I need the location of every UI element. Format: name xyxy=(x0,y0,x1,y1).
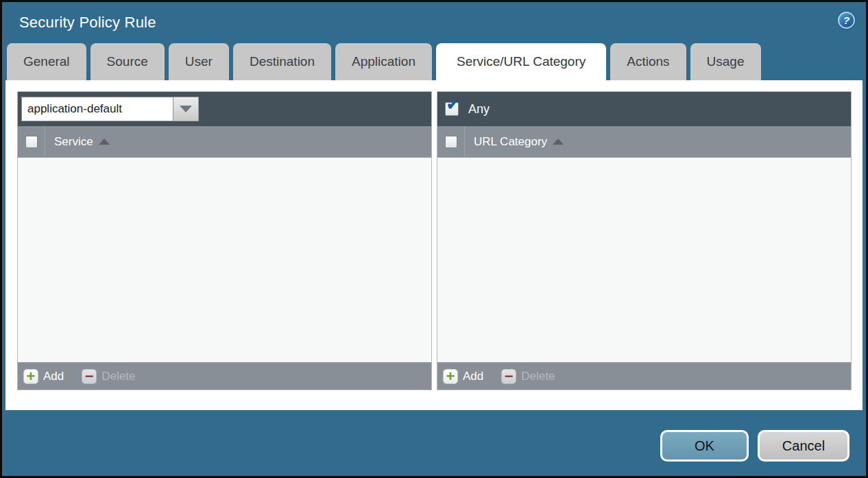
dialog-title: Security Policy Rule xyxy=(19,14,156,32)
delete-minus-icon: − xyxy=(501,369,516,384)
service-panel: Service + Add − Delete xyxy=(17,91,432,390)
url-category-delete-button[interactable]: − Delete xyxy=(501,369,555,384)
url-category-column-label: URL Category xyxy=(474,135,547,149)
service-type-input[interactable] xyxy=(21,97,173,121)
tab-user[interactable]: User xyxy=(169,43,229,80)
sort-ascending-icon xyxy=(553,139,564,145)
chevron-down-icon xyxy=(180,106,192,112)
service-panel-header xyxy=(18,92,431,126)
sort-ascending-icon xyxy=(99,139,110,145)
cancel-button[interactable]: Cancel xyxy=(758,430,849,462)
service-add-button[interactable]: + Add xyxy=(23,369,64,384)
url-category-select-all-checkbox[interactable] xyxy=(445,136,457,148)
tab-application[interactable]: Application xyxy=(335,43,432,80)
tab-destination[interactable]: Destination xyxy=(233,43,331,80)
url-category-panel-footer: + Add − Delete xyxy=(437,362,851,390)
tab-service-url-category[interactable]: Service/URL Category xyxy=(436,43,606,80)
url-category-any-checkbox[interactable]: ✔ xyxy=(445,102,459,116)
url-category-any-label: Any xyxy=(468,102,490,117)
service-panel-footer: + Add − Delete xyxy=(18,362,431,390)
url-category-panel-header: ✔ Any xyxy=(437,92,851,126)
url-category-add-button[interactable]: + Add xyxy=(443,369,483,384)
service-column-label: Service xyxy=(54,135,93,149)
ok-button[interactable]: OK xyxy=(660,430,749,462)
service-table-header: Service xyxy=(18,126,431,158)
url-category-select-all-cell xyxy=(437,126,465,157)
service-list-body xyxy=(18,158,431,362)
service-column-header[interactable]: Service xyxy=(54,135,110,149)
add-plus-icon: + xyxy=(23,369,38,384)
checkmark-icon: ✔ xyxy=(446,97,459,112)
tab-usage[interactable]: Usage xyxy=(690,43,761,80)
url-category-panel: ✔ Any URL Category + Add xyxy=(437,91,852,390)
add-plus-icon: + xyxy=(443,369,458,384)
delete-minus-icon: − xyxy=(82,369,97,384)
url-category-column-header[interactable]: URL Category xyxy=(474,135,564,149)
tab-actions[interactable]: Actions xyxy=(610,43,686,80)
help-icon[interactable]: ? xyxy=(838,12,855,29)
service-type-dropdown-button[interactable] xyxy=(173,97,199,121)
security-policy-rule-dialog: Security Policy Rule ? General Source Us… xyxy=(0,0,868,478)
tab-content-area: Service + Add − Delete ✔ xyxy=(5,80,863,410)
service-select-all-cell xyxy=(18,126,45,157)
url-category-table-header: URL Category xyxy=(437,126,851,158)
url-category-list-body xyxy=(437,158,851,362)
tab-general[interactable]: General xyxy=(7,43,86,80)
tab-bar: General Source User Destination Applicat… xyxy=(7,43,761,80)
tab-source[interactable]: Source xyxy=(91,43,165,80)
service-delete-button[interactable]: − Delete xyxy=(82,369,135,384)
service-select-all-checkbox[interactable] xyxy=(25,136,38,148)
